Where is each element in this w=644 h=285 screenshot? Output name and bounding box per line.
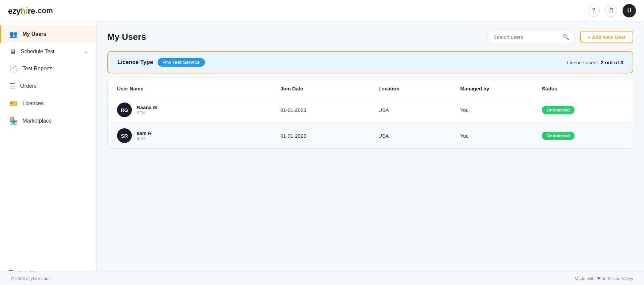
user-name-sam: sam R [137, 130, 152, 136]
licence-banner-left: Licence Type Pro Test Service [117, 58, 205, 67]
user-info-sam: sam R SDA [137, 130, 152, 141]
status-cell-raana: Onboarded [542, 106, 624, 114]
search-icon: 🔍 [562, 34, 569, 40]
add-user-button-label: + Add New User [588, 34, 626, 40]
col-header-location: Location [378, 86, 460, 91]
managed-by-raana: You [460, 107, 542, 113]
logo-suffix: .com [36, 6, 53, 15]
history-icon: ⏱ [608, 7, 614, 14]
sidebar-item-licences-label: Licences [22, 100, 88, 106]
search-box[interactable]: 🔍 [488, 31, 575, 43]
help-button[interactable]: ? [588, 5, 600, 17]
user-name-raana: Raana G [137, 104, 157, 110]
main-layout: 👥 My Users 🖥 Schedule Test ⌄ 📄 Test Repo… [0, 0, 644, 285]
page-header-right: 🔍 + Add New User [488, 31, 633, 43]
sidebar-item-marketplace-label: Marketplace [22, 118, 88, 124]
join-date-raana: 01-01-2023 [280, 107, 378, 113]
licence-used-prefix: Licence used: [567, 60, 598, 65]
avatar-raana: RG [117, 102, 132, 117]
licence-banner: Licence Type Pro Test Service Licence us… [107, 51, 633, 73]
table-row[interactable]: SR sam R SDA 01-01-2023 USA You Onboarde… [108, 123, 633, 148]
status-badge-sam: Onboarded [542, 132, 574, 140]
user-avatar[interactable]: U [623, 4, 636, 17]
sidebar-item-marketplace[interactable]: 🏪 Marketplace [0, 112, 96, 130]
logo-text: ezyhire [8, 5, 35, 16]
user-role-sam: SDA [137, 136, 152, 141]
status-badge-raana: Onboarded [542, 106, 574, 114]
managed-by-sam: You [460, 133, 542, 139]
add-new-user-button[interactable]: + Add New User [580, 31, 633, 43]
footer-made-with: Made with ❤ in Silicon Valley [575, 276, 633, 281]
users-table-container: User Name Join Date Location Managed by … [107, 80, 633, 149]
user-cell-sam: SR sam R SDA [117, 128, 280, 143]
schedule-test-icon: 🖥 [9, 48, 16, 55]
sidebar: 👥 My Users 🖥 Schedule Test ⌄ 📄 Test Repo… [0, 21, 97, 285]
sidebar-item-test-reports[interactable]: 📄 Test Reports [0, 60, 96, 77]
location-raana: USA [378, 107, 460, 113]
status-cell-sam: Onboarded [542, 132, 624, 140]
chevron-down-icon: ⌄ [84, 49, 88, 54]
page-header: My Users 🔍 + Add New User [107, 31, 633, 43]
user-info-raana: Raana G SDA [137, 104, 157, 115]
logo: ezyhire .com [8, 5, 53, 16]
top-header: ezyhire .com ? ⏱ U [0, 0, 644, 21]
user-role-raana: SDA [137, 110, 157, 115]
sidebar-item-licences[interactable]: 🎫 Licences [0, 95, 96, 112]
avatar-sam: SR [117, 128, 132, 143]
footer: © 2023 ezyhire.com Made with ❤ in Silico… [0, 272, 644, 285]
heart-icon: ❤ [597, 276, 601, 281]
licence-badge: Pro Test Service [158, 58, 205, 67]
sidebar-item-test-reports-label: Test Reports [22, 66, 88, 72]
header-icons: ? ⏱ U [588, 4, 636, 17]
sidebar-item-schedule-test[interactable]: 🖥 Schedule Test ⌄ [0, 43, 96, 60]
help-icon: ? [592, 7, 595, 14]
table-row[interactable]: RG Raana G SDA 01-01-2023 USA You Onboar… [108, 97, 633, 123]
user-cell-raana: RG Raana G SDA [117, 102, 280, 117]
page-title: My Users [107, 32, 146, 42]
join-date-sam: 01-01-2023 [280, 133, 378, 139]
marketplace-icon: 🏪 [9, 117, 18, 125]
sidebar-nav: 👥 My Users 🖥 Schedule Test ⌄ 📄 Test Repo… [0, 25, 96, 130]
search-input[interactable] [493, 34, 560, 40]
col-header-managedby: Managed by [460, 86, 542, 91]
sidebar-item-orders-label: Orders [20, 83, 88, 89]
sidebar-item-my-users[interactable]: 👥 My Users [0, 25, 96, 43]
users-icon: 👥 [9, 30, 18, 38]
sidebar-item-orders[interactable]: ☰ Orders [0, 77, 96, 95]
licence-used-count: 2 out of 3 [601, 60, 623, 65]
sidebar-item-my-users-label: My Users [22, 31, 88, 37]
col-header-status: Status [542, 86, 624, 91]
licences-icon: 🎫 [9, 99, 18, 108]
licence-banner-right: Licence used: 2 out of 3 [567, 60, 623, 65]
orders-icon: ☰ [9, 82, 15, 90]
history-button[interactable]: ⏱ [605, 5, 617, 17]
col-header-joindate: Join Date [280, 86, 378, 91]
location-sam: USA [378, 133, 460, 139]
col-header-username: User Name [117, 86, 280, 91]
table-header: User Name Join Date Location Managed by … [108, 80, 633, 97]
main-content: My Users 🔍 + Add New User Licence Type P… [97, 21, 644, 285]
sidebar-item-schedule-test-label: Schedule Test [21, 49, 79, 55]
footer-copyright: © 2023 ezyhire.com [11, 276, 50, 281]
licence-type-label: Licence Type [117, 59, 153, 66]
test-reports-icon: 📄 [9, 65, 18, 73]
